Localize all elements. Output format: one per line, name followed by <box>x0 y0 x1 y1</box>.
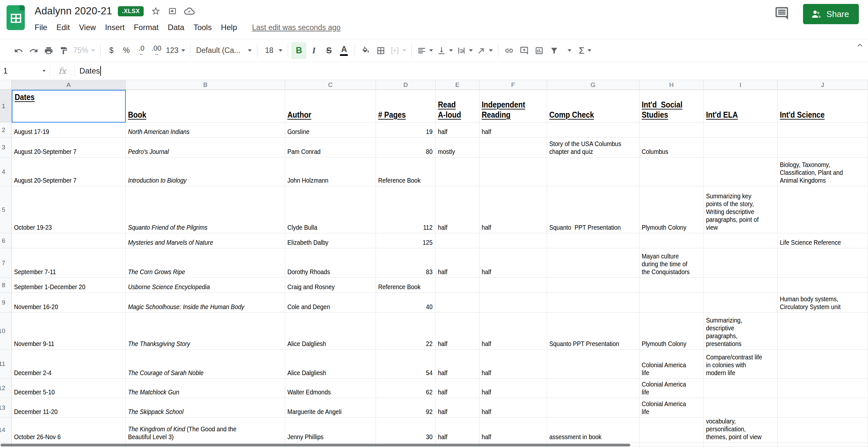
cell-E12[interactable]: half <box>436 379 479 398</box>
horizontal-align-button[interactable] <box>415 42 435 59</box>
cell-G13[interactable] <box>547 398 640 418</box>
cell-G10[interactable]: Squanto PPT Presentation <box>547 313 640 350</box>
column-header-D[interactable]: D <box>376 80 436 90</box>
cell-J11[interactable] <box>778 350 868 379</box>
cell-A9[interactable]: November 16-20 <box>12 293 126 313</box>
cell-G1[interactable]: Comp Check <box>547 90 640 122</box>
cell-D10[interactable]: 22 <box>376 313 436 350</box>
menu-file[interactable]: File <box>35 23 48 32</box>
cell-A1[interactable]: Dates <box>12 90 126 122</box>
row-header-8[interactable]: 8 <box>0 278 12 293</box>
cell-F11[interactable]: half <box>479 350 547 379</box>
cell-A4[interactable]: August 20-September 7 <box>12 157 126 186</box>
cell-J12[interactable] <box>778 379 868 398</box>
cell-F4[interactable] <box>479 157 547 186</box>
column-header-H[interactable]: H <box>640 80 704 90</box>
text-color-button[interactable]: A <box>336 42 351 59</box>
cell-G3[interactable]: Story of the USA Columbus chapter and qu… <box>547 138 640 157</box>
cell-F8[interactable] <box>479 278 547 293</box>
italic-button[interactable]: I <box>306 42 321 59</box>
cell-G2[interactable] <box>547 122 640 138</box>
cell-B10[interactable]: The Thanksgiving Story <box>126 313 285 350</box>
cell-D2[interactable]: 19 <box>376 122 436 138</box>
cell-C3[interactable]: Pam Conrad <box>285 138 376 157</box>
cell-A11[interactable]: December 2-4 <box>12 350 126 379</box>
cell-A13[interactable]: December 11-20 <box>12 398 126 418</box>
cell-F12[interactable]: half <box>479 379 547 398</box>
star-icon[interactable] <box>151 6 161 16</box>
cell-J7[interactable] <box>778 248 868 278</box>
cell-E5[interactable]: half <box>436 186 479 233</box>
row-header-5[interactable]: 5 <box>0 186 12 233</box>
print-button[interactable] <box>41 42 56 59</box>
cell-J4[interactable]: Biology, Taxonomy, Classification, Plant… <box>778 157 868 186</box>
cell-C7[interactable]: Dorothy Rhoads <box>285 248 376 278</box>
vertical-align-button[interactable] <box>435 42 455 59</box>
menu-tools[interactable]: Tools <box>193 23 212 32</box>
cell-I6[interactable] <box>704 233 778 248</box>
cell-I15[interactable] <box>704 443 778 447</box>
functions-button[interactable]: Σ <box>577 42 593 59</box>
cell-C11[interactable]: Alice Dalgliesh <box>285 350 376 379</box>
cell-F9[interactable] <box>479 293 547 313</box>
cell-J13[interactable] <box>778 398 868 418</box>
bold-button[interactable]: B <box>291 42 306 59</box>
cell-H9[interactable] <box>640 293 704 313</box>
cell-F10[interactable]: half <box>479 313 547 350</box>
cell-J1[interactable]: Int'd Science <box>778 90 868 122</box>
cell-B9[interactable]: Magic Schoolhouse: Inside the Human Body <box>126 293 285 313</box>
cell-C4[interactable]: John Holzmann <box>285 157 376 186</box>
cell-C12[interactable]: Walter Edmonds <box>285 379 376 398</box>
cell-J15[interactable] <box>778 443 868 447</box>
row-header-9[interactable]: 9 <box>0 293 12 313</box>
cell-J6[interactable]: Life Science Reference <box>778 233 868 248</box>
collapse-toolbar-icon[interactable] <box>856 42 863 50</box>
fill-color-button[interactable] <box>358 42 373 59</box>
cell-E2[interactable]: half <box>436 122 479 138</box>
font-select[interactable]: Default (Ca... <box>194 42 254 59</box>
cell-J10[interactable] <box>778 313 868 350</box>
cell-E7[interactable]: half <box>436 248 479 278</box>
column-header-G[interactable]: G <box>547 80 640 90</box>
menu-data[interactable]: Data <box>168 23 185 32</box>
cell-A8[interactable]: September 1-December 20 <box>12 278 126 293</box>
cell-C13[interactable]: Marguerite de Angeli <box>285 398 376 418</box>
cell-B13[interactable]: The Skippack School <box>126 398 285 418</box>
cell-A6[interactable] <box>12 233 126 248</box>
cell-C14[interactable]: Jenny Phillips <box>285 418 376 443</box>
cell-E10[interactable]: half <box>436 313 479 350</box>
cell-G11[interactable] <box>547 350 640 379</box>
cell-E11[interactable]: half <box>436 350 479 379</box>
cell-G7[interactable] <box>547 248 640 278</box>
cell-H13[interactable]: Colonial America life <box>640 398 704 418</box>
cell-H12[interactable]: Colonial America life <box>640 379 704 398</box>
row-header-7[interactable]: 7 <box>0 248 12 278</box>
cell-F6[interactable] <box>479 233 547 248</box>
row-header-3[interactable]: 3 <box>0 138 12 157</box>
paint-format-button[interactable] <box>56 42 71 59</box>
cell-B2[interactable]: North American Indians <box>126 122 285 138</box>
increase-decimal-button[interactable]: .00→ <box>149 42 164 59</box>
cell-J2[interactable] <box>778 122 868 138</box>
cell-G9[interactable] <box>547 293 640 313</box>
cell-C6[interactable]: Elizabeth Dalby <box>285 233 376 248</box>
corner-cell[interactable] <box>0 80 12 90</box>
cell-D3[interactable]: 80 <box>376 138 436 157</box>
create-filter-button[interactable] <box>547 42 562 59</box>
cell-D11[interactable]: 54 <box>376 350 436 379</box>
menu-view[interactable]: View <box>79 23 96 32</box>
cell-H8[interactable] <box>640 278 704 293</box>
document-title[interactable]: Adalynn 2020-21 <box>35 5 112 17</box>
cell-D5[interactable]: 112 <box>376 186 436 233</box>
cell-H5[interactable]: Plymouth Colony <box>640 186 704 233</box>
row-header-4[interactable]: 4 <box>0 157 12 186</box>
insert-comment-button[interactable] <box>517 42 532 59</box>
insert-chart-button[interactable] <box>532 42 547 59</box>
cell-E6[interactable] <box>436 233 479 248</box>
cell-E1[interactable]: Read A-loud <box>436 90 479 122</box>
cloud-saved-icon[interactable] <box>184 6 195 16</box>
cell-J8[interactable] <box>778 278 868 293</box>
cell-A10[interactable]: November 9-11 <box>12 313 126 350</box>
cell-F1[interactable]: Independent Reading <box>479 90 547 122</box>
cell-A3[interactable]: August 20-September 7 <box>12 138 126 157</box>
